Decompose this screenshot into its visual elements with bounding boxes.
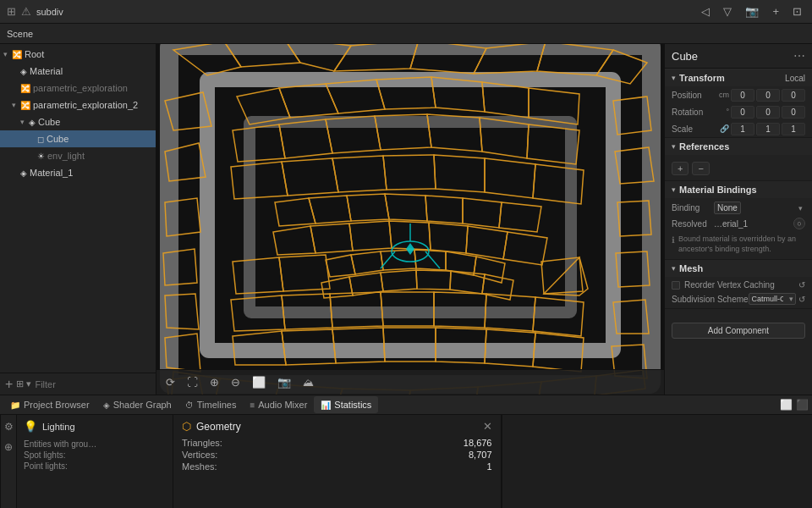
viewport-canvas[interactable]: ⟳ ⛶ ⊕ ⊖ ⬜ 📷 ⛰ (156, 44, 664, 395)
ref-remove-btn[interactable]: − (692, 162, 709, 175)
scene-icon2: 🔀 (20, 84, 30, 93)
resolved-row: Resolved …erial_1 ○ (672, 218, 805, 229)
rotation-label: Rotation (672, 108, 726, 117)
minimize-panel-btn[interactable]: ⬜ (780, 399, 793, 411)
viewport-art (156, 44, 664, 395)
topbar: ⊞ ⚠ subdiv ◁ ▽ 📷 + ⊡ (0, 0, 812, 24)
vp-rotate-btn[interactable]: ⟳ (162, 373, 179, 391)
camera-btn[interactable]: 📷 (742, 3, 762, 19)
subdivision-reset-btn[interactable]: ↺ (798, 295, 805, 304)
position-x[interactable]: 0 (731, 89, 754, 102)
reorder-row: Reorder Vertex Caching ↺ (672, 280, 805, 290)
meshes-row: Meshes: 1 (182, 461, 492, 472)
references-section-header[interactable]: ▾ References (665, 138, 812, 155)
scale-x[interactable]: 1 (731, 123, 754, 135)
scale-z[interactable]: 1 (782, 123, 805, 135)
add-component-button[interactable]: Add Component (672, 323, 805, 339)
tab-shader-graph[interactable]: ◈ Shader Graph (96, 396, 178, 413)
mesh-section-header[interactable]: ▾ Mesh (665, 260, 812, 277)
maximize-panel-btn[interactable]: ⬛ (796, 399, 809, 411)
tree-add-button[interactable]: + (5, 378, 13, 391)
transform-section: ▾ Transform Local Position cm 0 0 0 Rota… (665, 69, 812, 138)
side-icon-add[interactable]: ⊕ (1, 439, 16, 456)
tree-item-cube-parent[interactable]: ▾ ◈ Cube (0, 113, 156, 130)
nav-dropdown-btn[interactable]: ▽ (720, 3, 735, 19)
scale-row: Scale 🔗 1 1 1 (665, 120, 812, 137)
reorder-checkbox[interactable] (672, 281, 680, 290)
material-bindings-header[interactable]: ▾ Material Bindings (665, 181, 812, 198)
tab-project-browser[interactable]: 📁 Project Browser (3, 396, 96, 413)
filter-toggle[interactable]: ⊞ ▾ (16, 378, 31, 389)
tab-statistics[interactable]: 📊 Statistics (314, 396, 378, 413)
vp-move-btn[interactable]: ⊕ (206, 373, 223, 391)
lighting-stats: 💡 Lighting Entities with grou… Spot ligh… (17, 415, 173, 508)
tree-item-material[interactable]: ◈ Material (0, 63, 156, 80)
resolved-link-btn[interactable]: ○ (793, 218, 805, 229)
scale-y[interactable]: 1 (756, 123, 780, 135)
side-icon-settings[interactable]: ⚙ (1, 418, 16, 435)
subdivision-select-wrap: Catmull-Clark (749, 293, 796, 305)
bottom-tabs: 📁 Project Browser ◈ Shader Graph ⏱ Timel… (0, 395, 812, 415)
geometry-title: Geometry (196, 421, 483, 433)
tree-item-param1[interactable]: 🔀 parametric_exploration (0, 80, 156, 97)
references-title: References (679, 141, 805, 152)
geometry-close-btn[interactable]: ✕ (483, 420, 492, 433)
subdivision-label: Subdivision Scheme (672, 295, 749, 304)
topbar-right: ◁ ▽ 📷 + ⊡ (698, 3, 805, 19)
vp-frame-btn[interactable]: ⛶ (183, 373, 202, 391)
ref-add-btn[interactable]: + (672, 162, 689, 175)
more-options-btn[interactable]: ⋯ (793, 49, 805, 63)
geometry-icon: ⬡ (182, 420, 191, 433)
entities-label: Entities with grou… (24, 439, 166, 449)
position-label: Position (672, 91, 719, 100)
position-z[interactable]: 0 (782, 89, 805, 102)
scene-icon3: 🔀 (20, 101, 30, 110)
tree-item-material1[interactable]: ◈ Material_1 (0, 164, 156, 181)
material-bindings-title: Material Bindings (679, 185, 805, 195)
local-toggle[interactable]: Local (785, 74, 805, 83)
binding-row: Binding None (672, 202, 805, 214)
bottom-panel: ⚙ ⊕ 💡 Lighting Entities with grou… Spot … (0, 415, 812, 508)
lighting-title-row: 💡 Lighting (24, 420, 166, 433)
material-warning: ℹ Bound material is overridden by an anc… (672, 233, 805, 256)
reorder-reset-btn[interactable]: ↺ (798, 280, 805, 290)
tree-item-root[interactable]: ▾ 🔀 Root (0, 46, 156, 63)
tree-item-cube-child[interactable]: ◻ Cube (0, 130, 156, 147)
tab-bar-right: ⬜ ⬛ (780, 399, 809, 411)
info-icon: ℹ (672, 235, 675, 245)
rotation-x[interactable]: 0 (731, 106, 754, 119)
tab-audio-mixer[interactable]: ≡ Audio Mixer (243, 396, 314, 413)
tree-label-root: Root (25, 49, 44, 59)
scene-label[interactable]: Scene (7, 29, 33, 39)
vp-view-btn[interactable]: ⬜ (248, 373, 270, 391)
rotation-y[interactable]: 0 (756, 106, 780, 119)
triangles-row: Triangles: 18,676 (182, 438, 492, 448)
vp-cam-btn[interactable]: 📷 (273, 373, 295, 391)
grid-icon[interactable]: ⊞ (7, 5, 16, 18)
tree-item-param2[interactable]: ▾ 🔀 parametric_exploration_2 (0, 97, 156, 113)
vp-zoom-btn[interactable]: ⊖ (227, 373, 244, 391)
filter-input[interactable] (35, 379, 119, 389)
statistics-icon: 📊 (321, 400, 331, 410)
nav-back-btn[interactable]: ◁ (698, 3, 713, 19)
stat-spot: Spot lights: (24, 450, 166, 460)
binding-select[interactable]: None (714, 202, 741, 214)
tree-label-env-light: env_light (47, 151, 85, 161)
tab-timelines[interactable]: ⏱ Timelines (178, 396, 244, 413)
add-btn[interactable]: + (769, 3, 782, 19)
tree-label-param1: parametric_exploration (33, 83, 128, 93)
tab-audio-mixer-label: Audio Mixer (258, 400, 307, 410)
add-component-section: Add Component (665, 316, 812, 345)
layout-btn[interactable]: ⊡ (789, 3, 805, 19)
material-bindings-collapse-icon: ▾ (672, 185, 676, 194)
rotation-z[interactable]: 0 (782, 106, 805, 119)
position-unit: cm (719, 91, 729, 99)
transform-section-header[interactable]: ▾ Transform Local (665, 69, 812, 86)
subdivision-select[interactable]: Catmull-Clark (749, 293, 796, 305)
position-y[interactable]: 0 (756, 89, 780, 102)
audio-mixer-icon: ≡ (250, 400, 255, 410)
resolved-label: Resolved (672, 219, 714, 229)
vp-terrain-btn[interactable]: ⛰ (299, 373, 318, 391)
tree-bottom-bar: + ⊞ ▾ (0, 373, 156, 395)
tree-item-env-light[interactable]: ☀ env_light (0, 147, 156, 164)
